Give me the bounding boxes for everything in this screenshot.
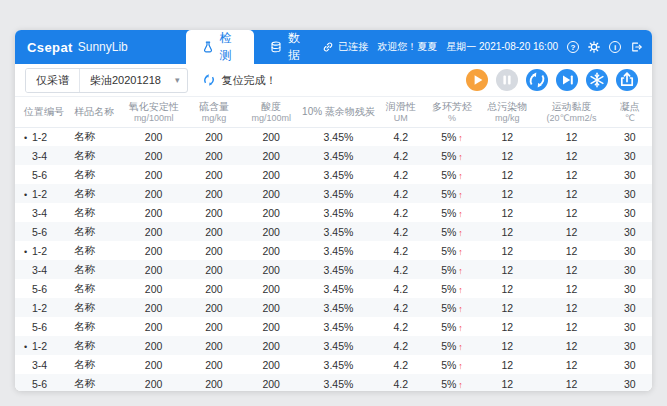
cell-lubricity: 4.2 xyxy=(377,336,425,355)
cell-pah: 5%↑ xyxy=(425,260,479,279)
reset-icon[interactable] xyxy=(202,73,216,87)
sync-button[interactable] xyxy=(526,69,548,91)
cell-residue: 3.45% xyxy=(300,184,376,203)
cell-pah: 5%↑ xyxy=(425,241,479,260)
alert-up-icon: ↑ xyxy=(458,266,463,276)
table-row[interactable]: •1-2名称2002002003.45%4.25%↑121230 xyxy=(15,241,652,260)
cell-viscosity: 12 xyxy=(535,165,607,184)
cell-acidity: 200 xyxy=(242,203,300,222)
cell-position: •5-6 xyxy=(15,165,65,184)
cell-contaminants: 12 xyxy=(479,298,535,317)
start-button[interactable] xyxy=(466,69,488,91)
cell-position: •5-6 xyxy=(15,279,65,298)
cell-freezing: 30 xyxy=(608,146,652,165)
spectrum-only-button[interactable]: 仅采谱 xyxy=(26,69,79,92)
brand-logo: Csepat SunnyLib xyxy=(27,30,128,64)
cell-acidity: 200 xyxy=(242,336,300,355)
cell-residue: 3.45% xyxy=(300,203,376,222)
alert-up-icon: ↑ xyxy=(458,133,463,143)
alert-up-icon: ↑ xyxy=(458,228,463,238)
table-row[interactable]: •3-4名称2002002003.45%4.25%↑121230 xyxy=(15,355,652,374)
table-row[interactable]: •1-2名称2002002003.45%4.25%↑121230 xyxy=(15,336,652,355)
cell-acidity: 200 xyxy=(242,317,300,336)
cell-acidity: 200 xyxy=(242,260,300,279)
cell-lubricity: 4.2 xyxy=(377,355,425,374)
cell-acidity: 200 xyxy=(242,279,300,298)
cell-sulfur: 200 xyxy=(186,241,242,260)
column-header-oxidation: 氧化安定性mg/100ml xyxy=(121,97,185,127)
table-row[interactable]: •5-6名称2002002003.45%4.25%↑121230 xyxy=(15,317,652,336)
cell-contaminants: 12 xyxy=(479,355,535,374)
cell-viscosity: 12 xyxy=(535,279,607,298)
cell-sulfur: 200 xyxy=(186,260,242,279)
app-window: Csepat SunnyLib 检测 数据 已连接 xyxy=(15,30,652,391)
cell-sulfur: 200 xyxy=(186,298,242,317)
connection-status: 已连接 xyxy=(322,40,368,54)
cell-pah: 5%↑ xyxy=(425,184,479,203)
cell-pah: 5%↑ xyxy=(425,127,479,146)
cell-viscosity: 12 xyxy=(535,336,607,355)
table-row[interactable]: •5-6名称2002002003.45%4.25%↑121230 xyxy=(15,165,652,184)
column-header-freezing: 凝点℃ xyxy=(608,97,652,127)
welcome-text: 欢迎您！夏夏 xyxy=(377,40,437,54)
table-row[interactable]: •3-4名称2002002003.45%4.25%↑121230 xyxy=(15,146,652,165)
sync-icon xyxy=(526,69,548,91)
cell-oxidation: 200 xyxy=(121,336,185,355)
cell-position: •1-2 xyxy=(15,127,65,146)
cell-residue: 3.45% xyxy=(300,127,376,146)
table-row[interactable]: •1-2名称2002002003.45%4.25%↑121230 xyxy=(15,298,652,317)
cell-sample: 名称 xyxy=(65,241,121,260)
reset-status: 复位完成！ xyxy=(202,73,276,88)
cell-oxidation: 200 xyxy=(121,279,185,298)
cell-lubricity: 4.2 xyxy=(377,260,425,279)
export-button[interactable] xyxy=(616,69,638,91)
cell-contaminants: 12 xyxy=(479,241,535,260)
play-icon xyxy=(466,69,488,91)
cell-freezing: 30 xyxy=(608,355,652,374)
cell-oxidation: 200 xyxy=(121,317,185,336)
brand-name-bold: Csepat xyxy=(27,40,73,55)
run-to-end-button[interactable] xyxy=(556,69,578,91)
alert-up-icon: ↑ xyxy=(458,342,463,352)
tab-data[interactable]: 数据 xyxy=(254,30,322,64)
cell-pah: 5%↑ xyxy=(425,355,479,374)
cell-viscosity: 12 xyxy=(535,374,607,391)
exit-icon[interactable] xyxy=(630,41,642,53)
column-header-residue: 10% 蒸余物残炭 xyxy=(300,97,376,127)
tab-detection[interactable]: 检测 xyxy=(186,30,254,64)
table-row[interactable]: •5-6名称2002002003.45%4.25%↑121230 xyxy=(15,279,652,298)
table-row[interactable]: •1-2名称2002002003.45%4.25%↑121230 xyxy=(15,127,652,146)
table-row[interactable]: •5-6名称2002002003.45%4.25%↑121230 xyxy=(15,374,652,391)
cell-residue: 3.45% xyxy=(300,298,376,317)
cell-lubricity: 4.2 xyxy=(377,184,425,203)
cell-sample: 名称 xyxy=(65,127,121,146)
pause-button[interactable] xyxy=(496,69,518,91)
cell-sulfur: 200 xyxy=(186,374,242,391)
cell-pah: 5%↑ xyxy=(425,374,479,391)
cell-residue: 3.45% xyxy=(300,336,376,355)
column-header-acidity: 酸度mg/100ml xyxy=(242,97,300,127)
cell-contaminants: 12 xyxy=(479,184,535,203)
table-header-row: 位置编号样品名称氧化安定性mg/100ml硫含量mg/kg酸度mg/100ml1… xyxy=(15,97,652,127)
results-table: 位置编号样品名称氧化安定性mg/100ml硫含量mg/kg酸度mg/100ml1… xyxy=(15,97,652,391)
table-row[interactable]: •5-6名称2002002003.45%4.25%↑121230 xyxy=(15,222,652,241)
table-row[interactable]: •3-4名称2002002003.45%4.25%↑121230 xyxy=(15,203,652,222)
sample-select[interactable]: 柴油20201218 ▾ xyxy=(80,73,187,88)
cell-position: •5-6 xyxy=(15,222,65,241)
cell-viscosity: 12 xyxy=(535,184,607,203)
cell-pah: 5%↑ xyxy=(425,317,479,336)
alert-up-icon: ↑ xyxy=(458,380,463,390)
freeze-button[interactable] xyxy=(586,69,608,91)
table-row[interactable]: •1-2名称2002002003.45%4.25%↑121230 xyxy=(15,184,652,203)
alert-up-icon: ↑ xyxy=(458,171,463,181)
help-icon[interactable]: ? xyxy=(567,41,579,53)
cell-oxidation: 200 xyxy=(121,222,185,241)
cell-oxidation: 200 xyxy=(121,127,185,146)
cell-position: •1-2 xyxy=(15,184,65,203)
table-row[interactable]: •3-4名称2002002003.45%4.25%↑121230 xyxy=(15,260,652,279)
info-icon[interactable]: i xyxy=(609,41,621,53)
gear-icon[interactable] xyxy=(588,41,600,53)
cell-pah: 5%↑ xyxy=(425,279,479,298)
cell-pah: 5%↑ xyxy=(425,146,479,165)
results-table-wrap: 位置编号样品名称氧化安定性mg/100ml硫含量mg/kg酸度mg/100ml1… xyxy=(15,97,652,391)
